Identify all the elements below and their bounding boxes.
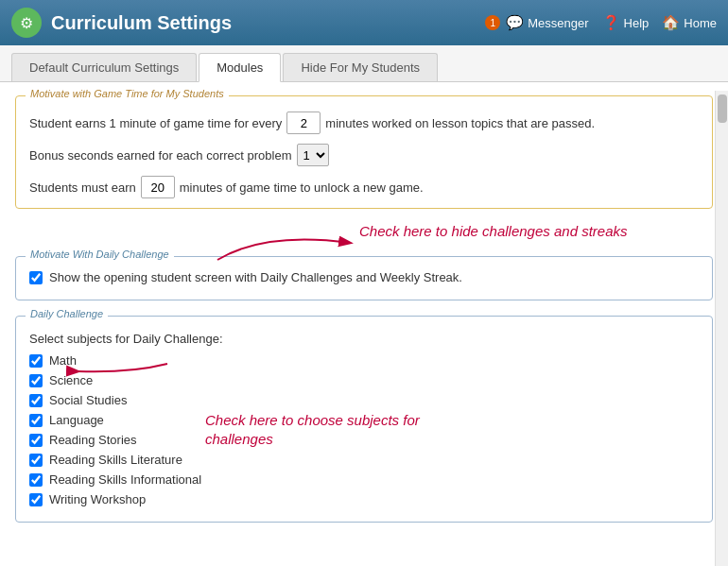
list-item: Social Studies — [29, 393, 699, 407]
subject-label: Reading Stories — [49, 433, 137, 447]
tab-modules[interactable]: Modules — [199, 53, 281, 82]
header: ⚙ Curriculum Settings 1 💬 Messenger ❓ He… — [0, 0, 728, 45]
list-item: Reading Stories — [29, 433, 699, 447]
daily-challenge-checkbox-row: Show the opening student screen with Dai… — [29, 270, 699, 284]
subject-label: Language — [49, 413, 104, 427]
page-title: Curriculum Settings — [51, 12, 485, 34]
messenger-label: Messenger — [528, 16, 588, 30]
subjects-list: MathScienceSocial StudiesLanguageReading… — [29, 353, 699, 506]
list-item: Reading Skills Literature — [29, 453, 699, 467]
annotation-text-1: Check here to hide challenges and streak… — [359, 222, 628, 241]
row3-prefix: Students must earn — [29, 180, 136, 195]
list-item: Reading Skills Informational — [29, 472, 699, 487]
game-time-row1: Student earns 1 minute of game time for … — [29, 111, 699, 134]
daily-challenge-checkbox[interactable] — [29, 271, 43, 284]
daily-challenge-label: Show the opening student screen with Dai… — [49, 270, 462, 284]
main-content: Default Curriculum Settings Modules Hide… — [0, 45, 728, 566]
help-icon: ❓ — [602, 14, 620, 31]
subject-checkbox-science[interactable] — [29, 374, 43, 387]
subject-checkbox-math[interactable] — [29, 354, 43, 368]
content-area: Motivate with Game Time for My Students … — [0, 82, 728, 551]
subject-label: Reading Skills Informational — [49, 472, 201, 487]
tab-bar: Default Curriculum Settings Modules Hide… — [0, 45, 728, 82]
subject-checkbox-reading-skills-informational[interactable] — [29, 473, 43, 487]
daily-challenge-legend: Motivate With Daily Challenge — [26, 249, 174, 260]
list-item: Language — [29, 413, 699, 427]
daily-challenge-section: Motivate With Daily Challenge Show the o… — [15, 256, 713, 300]
messenger-icon: 💬 — [506, 14, 524, 31]
list-item: Writing Workshop — [29, 492, 699, 506]
subject-label: Reading Skills Literature — [49, 453, 182, 467]
messenger-badge: 1 — [485, 15, 500, 30]
messenger-link[interactable]: 1 💬 Messenger — [485, 14, 588, 31]
bonus-seconds-select[interactable]: 1 2 3 — [297, 144, 329, 166]
gear-icon: ⚙ — [20, 14, 33, 32]
game-time-input[interactable] — [286, 111, 321, 134]
game-time-unlock-input[interactable] — [141, 176, 175, 198]
row3-suffix: minutes of game time to unlock a new gam… — [180, 180, 424, 195]
game-time-legend: Motivate with Game Time for My Students — [26, 88, 229, 99]
row2-prefix: Bonus seconds earned for each correct pr… — [29, 148, 292, 163]
subjects-legend: Daily Challenge — [26, 308, 108, 319]
game-time-row3: Students must earn minutes of game time … — [29, 176, 699, 198]
home-icon: 🏠 — [662, 14, 680, 31]
subject-label: Social Studies — [49, 393, 127, 407]
list-item: Science — [29, 373, 699, 387]
subject-checkbox-language[interactable] — [29, 414, 43, 427]
scrollbar[interactable] — [715, 91, 728, 566]
app-logo: ⚙ — [11, 8, 42, 38]
row1-prefix: Student earns 1 minute of game time for … — [29, 116, 282, 130]
header-nav: 1 💬 Messenger ❓ Help 🏠 Home — [485, 14, 717, 31]
subject-checkbox-social-studies[interactable] — [29, 394, 43, 407]
subjects-label: Select subjects for Daily Challenge: — [29, 332, 699, 346]
help-label: Help — [624, 16, 650, 30]
subject-checkbox-reading-stories[interactable] — [29, 434, 43, 447]
subject-checkbox-reading-skills-literature[interactable] — [29, 454, 43, 467]
list-item: Math — [29, 353, 699, 368]
row1-suffix: minutes worked on lesson topics that are… — [325, 116, 595, 130]
game-time-section: Motivate with Game Time for My Students … — [15, 95, 713, 209]
game-time-row2: Bonus seconds earned for each correct pr… — [29, 144, 699, 166]
home-label: Home — [684, 16, 717, 30]
subject-checkbox-writing-workshop[interactable] — [29, 493, 43, 506]
home-link[interactable]: 🏠 Home — [662, 14, 717, 31]
subject-label: Science — [49, 373, 93, 387]
tab-hide-for-students[interactable]: Hide For My Students — [283, 53, 438, 81]
tab-default-curriculum[interactable]: Default Curriculum Settings — [11, 53, 197, 81]
help-link[interactable]: ❓ Help — [602, 14, 650, 31]
subject-label: Math — [49, 353, 77, 368]
subject-label: Writing Workshop — [49, 492, 146, 506]
subjects-section: Daily Challenge Select subjects for Dail… — [15, 316, 713, 523]
